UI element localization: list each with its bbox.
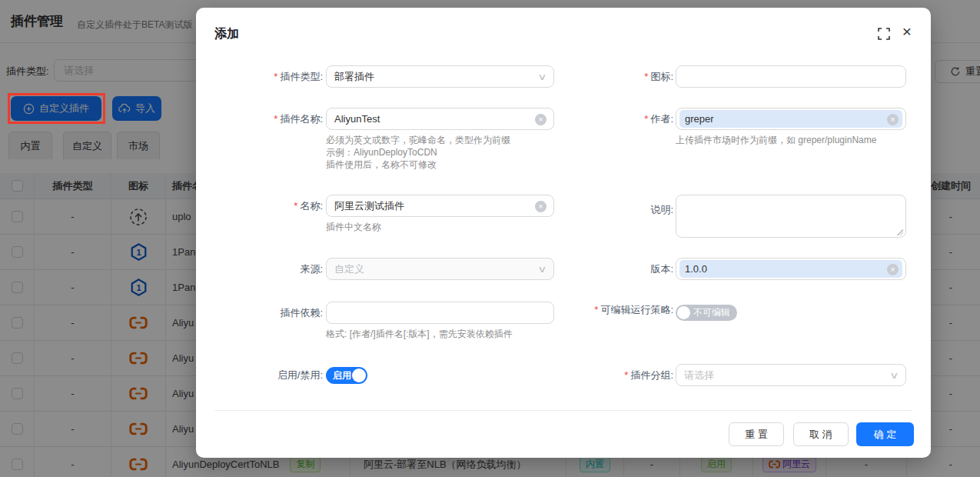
- version-input-value[interactable]: 1.0.0: [679, 260, 902, 278]
- enabled-switch-label: 启用: [333, 369, 351, 382]
- field-label-plugin-group: 插件分组:: [492, 364, 673, 386]
- field-label-version: 版本:: [492, 258, 673, 280]
- add-plugin-modal: 添加 × 插件类型: 部署插件 ∨ 图标: 插件名称: 必须为英文或数字，驼峰命…: [196, 8, 931, 458]
- edit-policy-switch-label: 不可编辑: [693, 306, 730, 319]
- switch-knob: [352, 369, 366, 382]
- author-input-value[interactable]: greper: [679, 110, 902, 128]
- modal-reset-label: 重 置: [745, 428, 768, 442]
- name-help: 插件中文名称: [326, 221, 381, 233]
- field-label-author: 作者:: [492, 108, 673, 130]
- clear-icon[interactable]: [887, 114, 899, 125]
- icon-input[interactable]: [676, 65, 906, 88]
- close-icon[interactable]: ×: [899, 23, 915, 40]
- modal-reset-button[interactable]: 重 置: [729, 422, 784, 446]
- fullscreen-icon[interactable]: [877, 27, 891, 41]
- field-label-dependency: 插件依赖:: [214, 302, 323, 324]
- plugin-name-help-1: 必须为英文或数字，驼峰命名，类型作为前缀: [326, 134, 510, 146]
- modal-title: 添加: [214, 26, 239, 42]
- modal-cancel-label: 取 消: [809, 428, 832, 442]
- chevron-down-icon: ∨: [889, 370, 899, 381]
- field-label-source: 来源:: [214, 258, 323, 280]
- edit-policy-switch[interactable]: 不可编辑: [676, 305, 737, 321]
- field-label-plugin-name: 插件名称:: [214, 108, 323, 130]
- field-label-name: 名称:: [214, 195, 323, 217]
- source-select-value: 自定义: [334, 262, 364, 276]
- icon-input-field[interactable]: [684, 71, 898, 82]
- plugin-type-select-value: 部署插件: [334, 70, 374, 84]
- description-textarea[interactable]: [676, 195, 906, 238]
- plugin-group-select[interactable]: 请选择 ∨: [676, 364, 906, 386]
- field-label-description: 说明:: [492, 198, 673, 221]
- plugin-name-help-3: 插件使用后，名称不可修改: [326, 158, 437, 171]
- modal-confirm-button[interactable]: 确 定: [856, 422, 914, 446]
- plugin-group-placeholder: 请选择: [684, 369, 714, 382]
- dependency-help: 格式: [作者/]插件名[:版本]，需先安装依赖插件: [326, 328, 513, 340]
- version-input[interactable]: 1.0.0: [676, 258, 906, 280]
- author-input[interactable]: greper: [676, 108, 906, 130]
- field-label-icon: 图标:: [492, 65, 673, 88]
- field-label-edit-policy: 可编辑运行策略:: [492, 299, 673, 321]
- field-label-enabled: 启用/禁用:: [214, 364, 323, 386]
- modal-confirm-label: 确 定: [874, 428, 897, 442]
- textarea-resize-handle[interactable]: [897, 229, 903, 235]
- field-label-plugin-type: 插件类型:: [214, 65, 323, 88]
- enabled-switch[interactable]: 启用: [326, 367, 367, 384]
- footer-divider: [214, 410, 912, 411]
- screen: 插件管理 自定义插件处于BETA测试版， 插件类型: 请选择 自定义插件 导入 …: [0, 0, 980, 477]
- modal-cancel-button[interactable]: 取 消: [793, 422, 849, 446]
- clear-icon[interactable]: [887, 264, 899, 275]
- switch-knob: [677, 306, 690, 319]
- author-help: 上传插件市场时作为前缀，如 greper/pluginName: [676, 134, 876, 146]
- plugin-name-help-2: 示例：AliyunDeployToCDN: [326, 146, 437, 158]
